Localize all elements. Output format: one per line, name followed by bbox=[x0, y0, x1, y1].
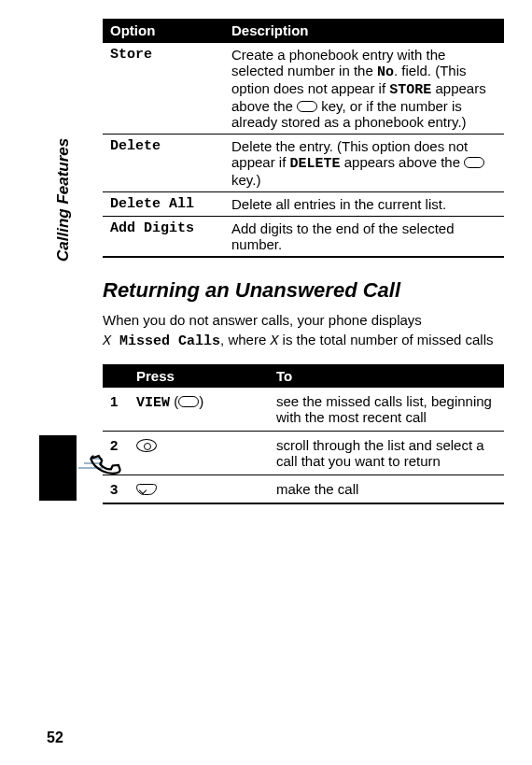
steps-header-to: To bbox=[269, 364, 504, 388]
soft-key-icon bbox=[464, 157, 484, 168]
step-press bbox=[129, 432, 269, 475]
options-header-description: Description bbox=[224, 19, 504, 43]
keyword-store: STORE bbox=[389, 82, 431, 98]
soft-key-icon bbox=[178, 396, 199, 407]
option-desc-delete: Delete the entry. (This option does not … bbox=[224, 135, 504, 192]
side-tab-block bbox=[39, 435, 77, 501]
text: ( bbox=[170, 393, 178, 409]
field-no: No bbox=[377, 64, 394, 80]
section-heading: Returning an Unanswered Call bbox=[103, 278, 504, 303]
step-to: see the missed calls list, beginning wit… bbox=[269, 388, 504, 432]
steps-header-blank bbox=[103, 364, 129, 388]
table-row: Store Create a phonebook entry with the … bbox=[103, 43, 504, 135]
option-name-delete-all: Delete All bbox=[103, 192, 224, 217]
option-desc-delete-all: Delete all entries in the current list. bbox=[224, 192, 504, 217]
steps-header-press: Press bbox=[129, 364, 269, 388]
text: When you do not answer calls, your phone… bbox=[103, 312, 422, 328]
text: ) bbox=[199, 393, 203, 409]
text: appears above the bbox=[341, 154, 465, 170]
text: , where bbox=[220, 332, 270, 347]
intro-paragraph: When you do not answer calls, your phone… bbox=[103, 310, 504, 351]
option-desc-add-digits: Add digits to the end of the selected nu… bbox=[224, 217, 504, 258]
option-name-add-digits: Add Digits bbox=[103, 217, 224, 258]
view-label: VIEW bbox=[136, 395, 170, 411]
table-row: Add Digits Add digits to the end of the … bbox=[103, 217, 504, 258]
step-number: 1 bbox=[103, 388, 129, 432]
variable-x: X bbox=[103, 333, 111, 349]
soft-key-icon bbox=[297, 101, 317, 112]
option-desc-store: Create a phonebook entry with the select… bbox=[224, 43, 504, 135]
scroll-key-icon bbox=[136, 439, 157, 452]
send-key-icon bbox=[136, 484, 157, 495]
step-to: make the call bbox=[269, 475, 504, 504]
table-row: 1 VIEW () see the missed calls list, beg… bbox=[103, 388, 504, 432]
text: key.) bbox=[231, 172, 260, 188]
table-row: 2 scroll through the list and select a c… bbox=[103, 432, 504, 475]
options-header-option: Option bbox=[103, 19, 224, 43]
page-number: 52 bbox=[47, 730, 63, 746]
keyword-delete: DELETE bbox=[290, 156, 341, 172]
table-row: Delete All Delete all entries in the cur… bbox=[103, 192, 504, 217]
step-press: VIEW () bbox=[129, 388, 269, 432]
step-press bbox=[129, 475, 269, 504]
table-row: Delete Delete the entry. (This option do… bbox=[103, 135, 504, 192]
steps-table: Press To 1 VIEW () see the missed calls … bbox=[103, 364, 504, 504]
missed-calls-label: Missed Calls bbox=[111, 333, 220, 349]
options-table: Option Description Store Create a phoneb… bbox=[103, 19, 504, 258]
table-row: 3 make the call bbox=[103, 475, 504, 504]
option-name-delete: Delete bbox=[103, 135, 224, 192]
side-section-label: Calling Features bbox=[54, 138, 73, 262]
step-to: scroll through the list and select a cal… bbox=[269, 432, 504, 475]
option-name-store: Store bbox=[103, 43, 224, 135]
text: is the total number of missed calls bbox=[278, 332, 493, 347]
